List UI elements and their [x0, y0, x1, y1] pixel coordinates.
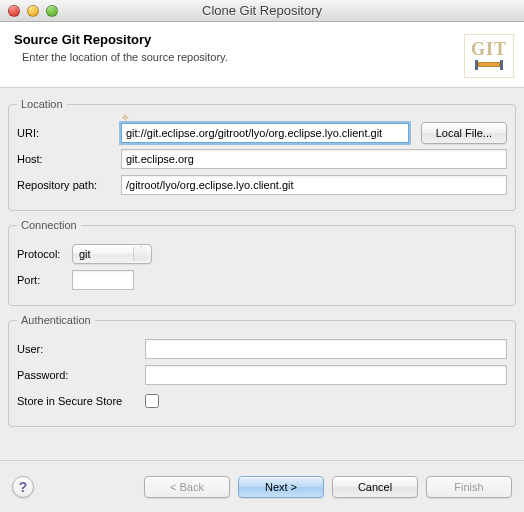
page-subtitle: Enter the location of the source reposit… — [22, 51, 510, 63]
git-logo-text: GIT — [471, 39, 507, 60]
zoom-icon[interactable] — [46, 5, 58, 17]
location-legend: Location — [17, 98, 67, 110]
uri-label: URI: — [17, 127, 121, 139]
content-assist-icon: ✧ — [121, 112, 129, 123]
host-label: Host: — [17, 153, 121, 165]
location-group: Location URI: ✧ Local File... Host: Repo… — [8, 98, 516, 211]
connection-group: Connection Protocol: git Port: — [8, 219, 516, 306]
dialog-window: Clone Git Repository Source Git Reposito… — [0, 0, 524, 512]
password-label: Password: — [17, 369, 145, 381]
wizard-body: Location URI: ✧ Local File... Host: Repo… — [0, 88, 524, 460]
user-label: User: — [17, 343, 145, 355]
back-button: < Back — [144, 476, 230, 498]
next-button[interactable]: Next > — [238, 476, 324, 498]
password-input[interactable] — [145, 365, 507, 385]
protocol-select-control[interactable]: git — [72, 244, 152, 264]
help-icon[interactable]: ? — [12, 476, 34, 498]
window-controls — [0, 5, 58, 17]
port-label: Port: — [17, 274, 72, 286]
cancel-button[interactable]: Cancel — [332, 476, 418, 498]
window-title: Clone Git Repository — [0, 3, 524, 18]
finish-button: Finish — [426, 476, 512, 498]
close-icon[interactable] — [8, 5, 20, 17]
port-input[interactable] — [72, 270, 134, 290]
protocol-label: Protocol: — [17, 248, 72, 260]
minimize-icon[interactable] — [27, 5, 39, 17]
host-input[interactable] — [121, 149, 507, 169]
store-secure-checkbox[interactable] — [145, 394, 159, 408]
git-logo-icon: GIT — [464, 34, 514, 78]
page-title: Source Git Repository — [14, 32, 510, 47]
user-input[interactable] — [145, 339, 507, 359]
repo-path-label: Repository path: — [17, 179, 121, 191]
authentication-group: Authentication User: Password: Store in … — [8, 314, 516, 427]
connection-legend: Connection — [17, 219, 81, 231]
wizard-footer: ? < Back Next > Cancel Finish — [0, 460, 524, 512]
repo-path-input[interactable] — [121, 175, 507, 195]
wizard-header: Source Git Repository Enter the location… — [0, 22, 524, 88]
store-secure-label: Store in Secure Store — [17, 395, 145, 407]
uri-input[interactable] — [121, 123, 409, 143]
titlebar: Clone Git Repository — [0, 0, 524, 22]
protocol-select[interactable]: git — [72, 244, 152, 264]
local-file-button[interactable]: Local File... — [421, 122, 507, 144]
authentication-legend: Authentication — [17, 314, 95, 326]
